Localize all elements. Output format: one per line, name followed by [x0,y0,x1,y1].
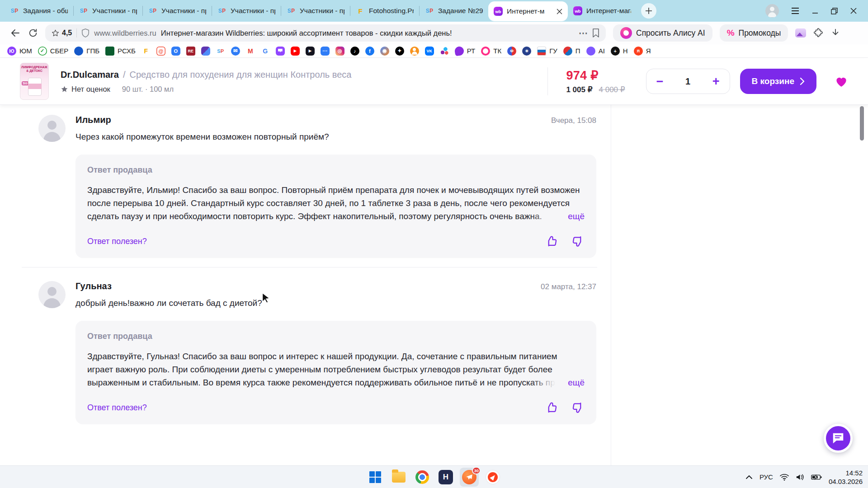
bookmark-rt[interactable]: РТ [455,47,476,56]
bookmark-vk-messenger[interactable]: ⋯ [321,47,330,56]
bookmark-gosuslugi[interactable]: ГУ [537,47,557,56]
bookmark-sp[interactable] [216,47,225,56]
product-thumbnail[interactable]: ЛИМФОДРЕНАЖ& ДЕТОКС 500 мг [20,63,49,100]
tab-label: Участники - пр [231,7,275,15]
site-rating[interactable]: 4,5 [52,29,72,37]
product-category-link[interactable]: Средство для похудения для женщин Контро… [130,70,352,80]
chat-widget-button[interactable] [824,424,853,453]
bookmark-ai-app[interactable]: AI [586,47,605,56]
yandex-browser-icon [486,470,500,484]
bookmark-tiktok[interactable]: ♪ [350,47,359,56]
bookmark-mail[interactable]: ✉ [231,47,240,56]
download-icon[interactable] [830,28,840,38]
bookmark-app-red[interactable]: @ [156,47,165,56]
question-item: Гульназ 02 марта, 12:37 добрый день!важн… [0,271,611,429]
bookmark-facebook[interactable]: f [365,47,374,56]
address-bar[interactable]: 4,5 www.wildberries.ru Интернет-магазин … [45,24,606,42]
bookmark-rutube[interactable]: ▶ [306,47,315,56]
start-button[interactable] [366,468,385,487]
file-explorer-button[interactable] [389,468,408,487]
bookmark-ozon[interactable]: O [171,47,180,56]
bookmark-gazprombank[interactable]: ГПБ [74,47,99,56]
bookmark-yoomoney[interactable]: ЮЮМ [7,47,32,56]
bookmark-chrome-circle[interactable]: ◉ [380,47,389,56]
close-icon[interactable] [850,7,857,14]
quantity-decrease-button[interactable]: − [656,75,664,88]
thumb-up-icon[interactable] [545,235,558,248]
bookmark-google[interactable]: G [261,47,270,56]
yandex-browser-button[interactable] [483,468,502,487]
new-tab-button[interactable] [641,3,656,19]
screenshot-icon[interactable] [795,28,806,38]
tab-fotohosting[interactable]: Fotohosting.Pro [350,0,419,22]
bookmark-rshb[interactable]: РСХБ [105,47,136,56]
bookmark-sber[interactable]: ✓СБЕР [38,47,69,56]
h-app-button[interactable]: H [436,468,455,487]
bookmark-emblem[interactable]: ✳ [522,47,531,56]
bookmark-tk[interactable]: ТК [481,47,501,56]
bookmark-app-split[interactable] [201,47,210,56]
profile-avatar[interactable] [765,4,779,18]
bookmark-twitch[interactable] [276,47,285,56]
scrollbar-thumb[interactable] [860,106,864,141]
battery-icon[interactable] [811,474,822,480]
puzzle-icon[interactable] [813,28,823,38]
promo-button[interactable]: % Промокоды [720,24,788,42]
bookmark-vk[interactable]: VK [425,47,434,56]
chevron-up-icon[interactable] [745,475,753,479]
bookmark-dots-app[interactable] [440,47,449,56]
menu-icon[interactable] [791,7,800,14]
question-date: 02 марта, 12:37 [541,282,596,291]
back-icon[interactable] [10,28,21,38]
bookmark-gmail[interactable]: M [246,47,255,56]
answer-helpful-link[interactable]: Ответ полезен? [87,403,147,413]
messenger-button[interactable]: 30 [460,468,479,487]
shield-icon[interactable] [81,28,90,38]
emblem-icon: ✳ [522,47,531,56]
tab-zadaniya[interactable]: Задания - общ [5,0,73,22]
bookmark-instagram[interactable]: ◎ [335,47,344,56]
show-more-link[interactable]: ещё [532,210,585,223]
chrome-circle-icon: ◉ [380,47,389,56]
chrome-button[interactable] [413,468,432,487]
product-brand[interactable]: Dr.Dulcamara [61,70,119,80]
quantity-increase-button[interactable]: + [712,75,720,88]
tab-uchastniki-3[interactable]: Участники - пр [212,0,281,22]
tab-uchastniki-2[interactable]: Участники - пр [143,0,212,22]
minimize-icon[interactable] [811,7,819,14]
ellipsis-icon[interactable] [579,28,588,38]
answer-helpful-link[interactable]: Ответ полезен? [87,237,147,246]
favorite-heart-button[interactable] [835,75,848,88]
questions-list: Ильмир Вчера, 15:08 Через какой промежут… [0,105,611,465]
tab-uchastniki-4[interactable]: Участники - пр [281,0,350,22]
maximize-icon[interactable] [830,7,838,15]
bookmark-youtube[interactable]: ▶ [291,47,300,56]
bookmark-fotohosting[interactable]: F [142,47,151,56]
bookmark-app-darkred[interactable]: RE [186,47,195,56]
thumb-down-icon[interactable] [571,235,585,248]
bookmark-p-app[interactable]: П [563,47,580,56]
date: 04.03.2026 [829,478,863,485]
language-indicator[interactable]: РУС [760,473,773,481]
reload-icon[interactable] [28,28,38,38]
bookmark-app-black-spade[interactable]: ✦ [395,47,404,56]
tab-zadanie-291[interactable]: Задание №291 [420,0,488,22]
wifi-icon[interactable] [780,474,789,481]
show-more-link[interactable]: ещё [532,376,585,389]
bookmark-flag-icon[interactable] [592,28,599,38]
bookmark-odnoklassniki[interactable] [410,47,419,56]
tab-uchastniki-1[interactable]: Участники - пр [74,0,142,22]
tab-wildberries-2[interactable]: Интернет-мага [568,0,637,22]
divider [76,28,77,38]
bookmark-n-app[interactable]: +Н [611,47,628,56]
alice-button[interactable]: Спросить Алису AI [613,24,712,42]
bookmark-f-app[interactable]: Ф [507,47,516,56]
bookmark-yandex[interactable]: ЯЯ [634,47,651,56]
thumb-up-icon[interactable] [545,401,558,414]
tab-wildberries-active[interactable]: Интернет-м [488,1,568,21]
in-cart-button[interactable]: В корзине [740,69,816,94]
volume-icon[interactable] [796,474,804,481]
clock[interactable]: 14:52 04.03.2026 [829,469,863,486]
thumb-down-icon[interactable] [571,401,585,414]
close-tab-icon[interactable] [557,9,562,14]
